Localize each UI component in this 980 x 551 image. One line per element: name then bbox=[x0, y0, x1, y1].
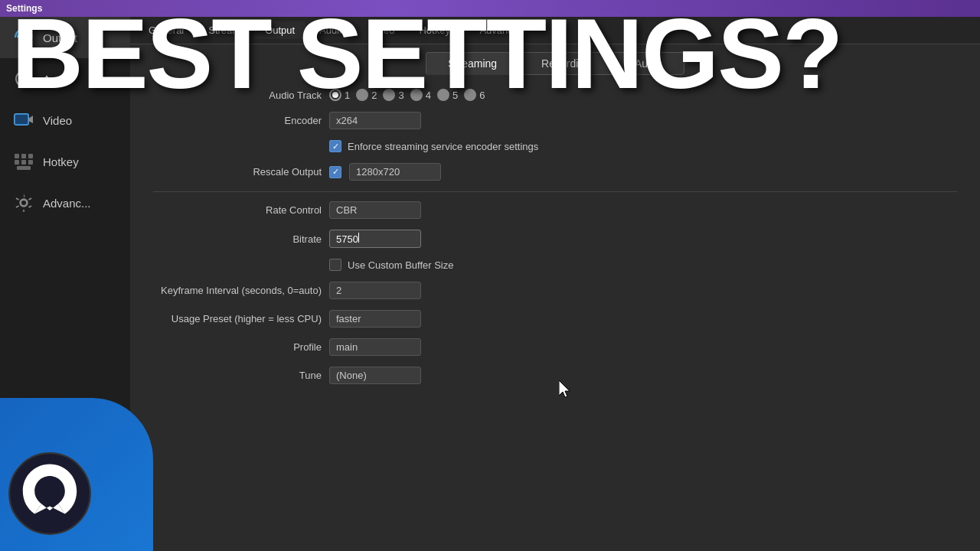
encoder-label: Encoder bbox=[153, 115, 322, 126]
svg-rect-13 bbox=[28, 160, 33, 165]
output-subtabs: Streaming Recording Audio bbox=[130, 44, 980, 75]
svg-rect-9 bbox=[21, 154, 26, 158]
svg-point-1 bbox=[22, 36, 26, 40]
track-1-label: 1 bbox=[345, 90, 350, 101]
svg-rect-12 bbox=[21, 160, 26, 165]
track-4[interactable]: 4 bbox=[410, 89, 431, 101]
sidebar-item-advanced[interactable]: Advanc... bbox=[0, 182, 130, 223]
encoder-value[interactable]: x264 bbox=[329, 112, 421, 129]
sidebar-label-video: Video bbox=[43, 114, 72, 127]
svg-point-4 bbox=[22, 77, 25, 80]
track-5-label: 5 bbox=[452, 90, 458, 101]
radio-6 bbox=[464, 89, 476, 101]
track-6-label: 6 bbox=[479, 90, 485, 101]
tab-general[interactable]: General bbox=[138, 21, 194, 39]
broadcast-icon bbox=[12, 26, 35, 49]
usage-preset-value[interactable]: faster bbox=[329, 310, 421, 328]
tab-stream[interactable]: Stream bbox=[198, 21, 251, 39]
svg-rect-6 bbox=[15, 114, 28, 125]
profile-value[interactable]: main bbox=[329, 338, 421, 356]
radio-4 bbox=[410, 89, 423, 101]
sidebar-item-hotkey[interactable]: Hotkey bbox=[0, 141, 130, 182]
custom-buffer-row[interactable]: Use Custom Buffer Size bbox=[329, 259, 957, 271]
svg-rect-11 bbox=[15, 160, 19, 165]
sidebar-label-output: Output bbox=[43, 31, 77, 44]
sidebar-label-audio: Audio bbox=[43, 73, 72, 86]
custom-buffer-label: Use Custom Buffer Size bbox=[348, 259, 453, 271]
radio-2 bbox=[356, 89, 368, 101]
profile-row: Profile main bbox=[153, 338, 957, 356]
keyframe-value[interactable]: 2 bbox=[329, 282, 421, 299]
hotkey-icon bbox=[12, 150, 35, 173]
tab-hotkeys[interactable]: Hotkeys bbox=[408, 21, 466, 39]
tune-value[interactable]: (None) bbox=[329, 367, 421, 384]
enforce-row[interactable]: ✓ Enforce streaming service encoder sett… bbox=[329, 140, 957, 152]
radio-1-inner bbox=[332, 92, 338, 98]
tune-label: Tune bbox=[153, 370, 322, 381]
enforce-label: Enforce streaming service encoder settin… bbox=[348, 141, 538, 152]
rate-control-value[interactable]: CBR bbox=[329, 201, 421, 219]
audio-tracks: 1 2 3 4 bbox=[329, 89, 485, 101]
sidebar-item-output[interactable]: Output bbox=[0, 17, 130, 58]
sidebar-item-audio[interactable]: Audio bbox=[0, 58, 130, 99]
form-area: Audio Track 1 2 3 bbox=[130, 75, 980, 409]
subtab-audio[interactable]: Audio bbox=[612, 52, 684, 75]
svg-rect-8 bbox=[15, 154, 19, 158]
bitrate-value: 5750 bbox=[336, 233, 358, 245]
separator-1 bbox=[153, 191, 957, 192]
radio-1 bbox=[329, 89, 341, 101]
custom-buffer-checkbox[interactable] bbox=[329, 259, 341, 271]
rescale-value[interactable]: 980x551 bbox=[349, 163, 441, 181]
tune-row: Tune (None) bbox=[153, 367, 957, 384]
bitrate-label: Bitrate bbox=[153, 233, 322, 245]
svg-rect-10 bbox=[28, 154, 33, 158]
rescale-checkbox[interactable]: ✓ bbox=[329, 166, 341, 178]
bitrate-input[interactable]: 5750 bbox=[329, 230, 421, 248]
radio-3 bbox=[383, 89, 395, 101]
obs-logo bbox=[8, 452, 92, 536]
track-3[interactable]: 3 bbox=[383, 89, 403, 101]
track-1[interactable]: 1 bbox=[329, 89, 350, 101]
gear-icon bbox=[12, 191, 35, 214]
usage-preset-label: Usage Preset (higher = less CPU) bbox=[153, 313, 322, 324]
text-cursor bbox=[358, 233, 359, 243]
radio-5 bbox=[437, 89, 449, 101]
rate-control-label: Rate Control bbox=[153, 204, 322, 216]
rescale-checkmark-icon: ✓ bbox=[332, 168, 339, 176]
usage-preset-row: Usage Preset (higher = less CPU) faster bbox=[153, 310, 957, 328]
tab-advanced[interactable]: Advanced bbox=[469, 21, 534, 39]
audio-track-label: Audio Track bbox=[153, 90, 322, 101]
tab-output[interactable]: Output bbox=[254, 21, 305, 39]
rescale-row: Rescale Output ✓ 980x551 bbox=[153, 163, 957, 181]
audio-icon bbox=[12, 67, 35, 90]
rescale-label: Rescale Output bbox=[153, 166, 322, 178]
subtab-streaming[interactable]: Streaming bbox=[426, 52, 519, 75]
settings-tabs: General Stream Output Audio Video Hotkey… bbox=[130, 17, 980, 44]
rate-control-row: Rate Control CBR bbox=[153, 201, 957, 219]
profile-label: Profile bbox=[153, 341, 322, 353]
enforce-checkbox[interactable]: ✓ bbox=[329, 140, 341, 152]
sidebar-item-video[interactable]: Video bbox=[0, 99, 130, 141]
main-content: General Stream Output Audio Video Hotkey… bbox=[130, 17, 980, 551]
checkmark-icon: ✓ bbox=[332, 142, 339, 151]
subtab-recording[interactable]: Recording bbox=[519, 52, 612, 75]
track-2[interactable]: 2 bbox=[356, 89, 377, 101]
tab-video[interactable]: Video bbox=[358, 21, 405, 39]
svg-point-18 bbox=[41, 483, 58, 500]
window-title: Settings bbox=[6, 3, 42, 14]
video-icon bbox=[12, 109, 35, 132]
tab-audio[interactable]: Audio bbox=[309, 21, 355, 39]
track-5[interactable]: 5 bbox=[437, 89, 458, 101]
svg-rect-14 bbox=[17, 166, 31, 170]
encoder-row: Encoder x264 bbox=[153, 112, 957, 129]
keyframe-label: Keyframe Interval (seconds, 0=auto) bbox=[153, 285, 322, 296]
track-3-label: 3 bbox=[398, 90, 403, 101]
bitrate-row: Bitrate 5750 bbox=[153, 230, 957, 248]
sidebar-label-advanced: Advanc... bbox=[43, 197, 91, 210]
track-4-label: 4 bbox=[426, 90, 431, 101]
sidebar-label-hotkey: Hotkey bbox=[43, 155, 79, 168]
svg-point-15 bbox=[21, 200, 27, 206]
top-bar: Settings bbox=[0, 0, 980, 17]
track-6[interactable]: 6 bbox=[464, 89, 485, 101]
track-2-label: 2 bbox=[371, 90, 377, 101]
